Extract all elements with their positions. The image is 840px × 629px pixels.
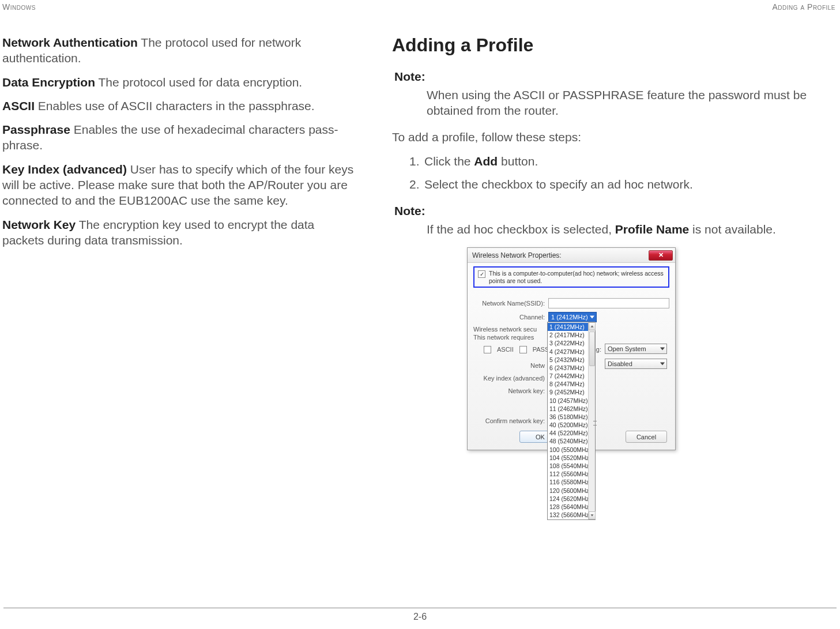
chevron-down-icon	[660, 348, 665, 351]
step-pre: Select the checkbox to specify an ad hoc…	[424, 178, 693, 191]
cancel-button[interactable]: Cancel	[626, 431, 667, 443]
steps-list: 1.Click the Add button. 2.Select the che…	[409, 153, 834, 194]
page-footer: 2-6	[3, 608, 837, 622]
def-network-key: Network Key The encryption key used to e…	[2, 217, 357, 248]
step-pre: Click the	[424, 155, 474, 168]
chevron-down-icon	[590, 316, 594, 319]
ssid-label: Network Name(SSID):	[473, 300, 548, 307]
note1-label: Note:	[394, 70, 834, 84]
auth-value: Open System	[608, 345, 646, 352]
def-data-encryption: Data Encryption The protocol used for da…	[2, 74, 357, 90]
term: ASCII	[2, 99, 35, 112]
dialog-body: ✓ This is a computer-to-computer(ad hoc)…	[468, 263, 675, 450]
header-left: Windows	[2, 2, 36, 12]
ssid-row: Network Name(SSID):	[473, 298, 669, 308]
channel-combo[interactable]: 1 (2412MHz)	[548, 312, 597, 322]
step-bold: Add	[474, 155, 498, 168]
step-1: 1.Click the Add button.	[409, 153, 834, 170]
scrollbar-thumb[interactable]	[589, 332, 595, 366]
passphrase-label: PASS	[533, 346, 549, 353]
encryption-combo[interactable]: Disabled	[605, 359, 667, 369]
def-body: The protocol used for data encryption.	[95, 76, 302, 89]
right-column: Adding a Profile Note: When using the AS…	[392, 35, 834, 450]
close-button[interactable]: ✕	[649, 250, 673, 261]
header-right: Adding a Profile	[773, 2, 835, 12]
def-body: Enables use of ASCII characters in the p…	[35, 99, 315, 112]
scroll-down-icon[interactable]	[589, 511, 596, 519]
step-post: button.	[498, 155, 538, 168]
note2-post: is not available.	[689, 223, 776, 236]
term: Network Authentication	[2, 36, 138, 49]
term: Network Key	[2, 218, 76, 231]
step-num: 1.	[409, 153, 424, 170]
scroll-mid-mark-icon	[593, 421, 597, 425]
adhoc-checkbox-label: This is a computer-to-computer(ad hoc) n…	[489, 270, 665, 284]
intro-para: To add a profile, follow these steps:	[392, 129, 834, 145]
chevron-down-icon	[660, 363, 665, 366]
note2-pre: If the ad hoc checkbox is selected,	[427, 223, 615, 236]
svg-marker-0	[591, 325, 594, 327]
page-header: Windows Adding a Profile	[0, 0, 840, 12]
confirm-key-label: Confirm network key:	[473, 417, 548, 424]
note2-label: Note:	[394, 204, 834, 218]
def-key-index: Key Index (advanced) User has to specify…	[2, 161, 357, 209]
left-column: Network Authentication The protocol used…	[0, 35, 357, 450]
term: Data Encryption	[2, 76, 95, 89]
step-2: 2.Select the checkbox to specify an ad h…	[409, 176, 834, 193]
def-ascii: ASCII Enables use of ASCII characters in…	[2, 98, 357, 114]
ssid-input[interactable]	[548, 298, 669, 308]
channel-selected-value: 1 (2412MHz)	[551, 314, 588, 321]
term: Key Index (advanced)	[2, 163, 127, 176]
note2-bold: Profile Name	[615, 223, 689, 236]
close-icon: ✕	[658, 251, 664, 258]
netw-label-trunc: Netw	[473, 362, 548, 369]
ascii-checkbox[interactable]	[484, 346, 491, 353]
svg-marker-1	[591, 514, 594, 517]
note2-body: If the ad hoc checkbox is selected, Prof…	[427, 221, 834, 237]
wireless-properties-dialog: Wireless Network Properties: ✕ ✓ This is…	[467, 247, 676, 450]
section-title: Adding a Profile	[392, 35, 834, 56]
passphrase-checkbox[interactable]	[519, 346, 527, 353]
keyindex-label: Key index (advanced)	[473, 375, 548, 382]
channel-dropdown-list[interactable]: 1 (2412MHz) 2 (2417MHz) 3 (2422MHz) 4 (2…	[547, 322, 596, 520]
dialog-wrap: Wireless Network Properties: ✕ ✓ This is…	[467, 247, 676, 450]
def-network-auth: Network Authentication The protocol used…	[2, 35, 357, 66]
step-num: 2.	[409, 176, 424, 193]
def-passphrase: Passphrase Enables the use of hexadecima…	[2, 122, 357, 153]
note1-body: When using the ASCII or PASSPHRASE featu…	[427, 87, 834, 119]
titlebar[interactable]: Wireless Network Properties: ✕	[468, 248, 675, 263]
page-number: 2-6	[413, 612, 427, 622]
network-key-label: Network key:	[473, 387, 548, 394]
channel-row: Channel: 1 (2412MHz)	[473, 312, 669, 322]
right-combos: Open System Disabled	[605, 344, 668, 369]
auth-combo[interactable]: Open System	[605, 344, 667, 354]
adhoc-checkbox[interactable]: ✓	[478, 270, 485, 278]
channel-label: Channel:	[473, 314, 548, 321]
ascii-label: ASCII	[497, 346, 514, 353]
term: Passphrase	[2, 123, 70, 136]
scroll-up-icon[interactable]	[589, 322, 596, 330]
dialog-title: Wireless Network Properties:	[472, 251, 562, 259]
encryption-value: Disabled	[608, 360, 632, 367]
adhoc-highlight-box: ✓ This is a computer-to-computer(ad hoc)…	[473, 266, 669, 288]
